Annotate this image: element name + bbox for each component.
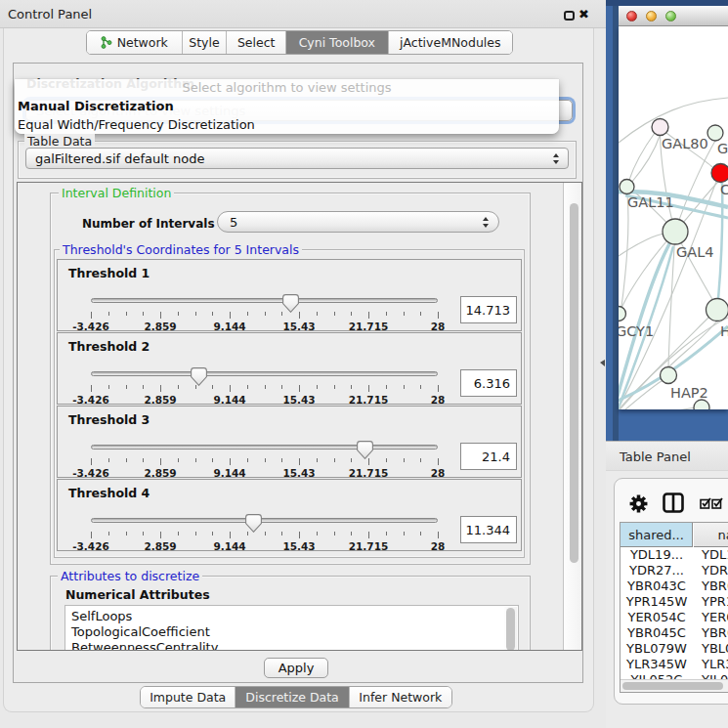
table-data-combobox[interactable]: galFiltered.sif default node	[25, 148, 569, 169]
slider-minor-tick	[334, 385, 335, 389]
tick-label: -3.426	[72, 540, 109, 552]
popup-item[interactable]: Select algorithm to view settings	[15, 79, 559, 97]
slider-thumb[interactable]	[357, 441, 374, 460]
table-row[interactable]: YDL19...YDL1	[621, 547, 728, 563]
checkbox-icon[interactable]	[711, 497, 724, 509]
network-canvas[interactable]: GAL80GACGAL11GAL4GCY1HHAP2	[619, 26, 728, 409]
slider-thumb[interactable]	[245, 514, 263, 534]
tab-select[interactable]: Select	[227, 31, 286, 54]
close-icon[interactable]: ✖	[578, 7, 589, 21]
threshold-value-field[interactable]: 14.713	[460, 296, 517, 323]
cytopanel-tabs: NetworkStyleSelectCyni ToolboxjActiveMNo…	[86, 30, 513, 55]
bottom-tab-infer-network[interactable]: Infer Network	[350, 687, 451, 707]
threshold-value-field[interactable]: 11.344	[460, 516, 517, 543]
slider-track[interactable]	[91, 298, 438, 303]
slider-minor-tick	[420, 312, 421, 316]
slider-major-tick	[438, 385, 439, 392]
table-row[interactable]: YPR145WYPR1	[621, 594, 728, 610]
slider-minor-tick	[404, 532, 405, 535]
tab-cyni-toolbox[interactable]: Cyni Toolbox	[286, 31, 389, 54]
node-label: GCY1	[619, 323, 654, 339]
tab-network[interactable]: Network	[87, 31, 183, 54]
list-scrollbar-thumb[interactable]	[506, 608, 515, 651]
slider-major-tick	[299, 458, 300, 465]
number-of-intervals-combobox[interactable]: 5	[217, 211, 499, 233]
network-node-ga[interactable]	[707, 125, 723, 141]
apply-button[interactable]: Apply	[264, 658, 328, 678]
attribute-list-item[interactable]: TopologicalCoefficient	[65, 624, 518, 640]
table-row[interactable]: YBL079WYBL0	[621, 641, 728, 657]
network-node-hap2[interactable]	[661, 367, 677, 384]
tick-label: 28	[431, 394, 446, 406]
slider-minor-tick	[281, 458, 282, 462]
column-header-name[interactable]: name	[694, 523, 728, 547]
slider-thumb[interactable]	[191, 367, 208, 387]
popup-item[interactable]: Manual Discretization	[15, 97, 559, 115]
tick-label: 15.43	[282, 467, 315, 479]
close-traffic-light[interactable]	[626, 11, 637, 21]
table-row[interactable]: YBR045CYBR0	[621, 625, 728, 641]
table-row[interactable]: YLR345WYLR3	[621, 657, 728, 672]
slider-track[interactable]	[91, 371, 438, 376]
cell-shared-name: YPR145W	[621, 594, 693, 609]
network-node-gcy1[interactable]	[619, 307, 626, 321]
network-node-h[interactable]	[707, 299, 728, 321]
slider-minor-tick	[386, 312, 387, 316]
table-row[interactable]: YER054CYER0	[621, 610, 728, 625]
threshold-value-field[interactable]: 21.4	[460, 443, 517, 470]
network-node[interactable]	[694, 400, 709, 409]
tick-label: 2.859	[144, 467, 176, 479]
tick-label: -3.426	[72, 321, 109, 332]
minimize-traffic-light[interactable]	[646, 11, 657, 21]
zoom-traffic-light[interactable]	[665, 11, 676, 21]
tab-jactivemnodules[interactable]: jActiveMNodules	[389, 31, 512, 54]
slider-minor-tick	[265, 312, 266, 316]
cell-name: YDR2	[702, 563, 728, 578]
cell-name: YLR3	[702, 657, 728, 671]
network-node-c[interactable]	[711, 164, 728, 183]
attribute-list-item[interactable]: BetweennessCentrality	[65, 640, 518, 651]
node-label: GA	[717, 141, 728, 156]
table-hscrollbar-track[interactable]	[621, 679, 728, 692]
attribute-list-item[interactable]: SelfLoops	[65, 609, 518, 624]
cell-shared-name: YDL19...	[621, 547, 693, 562]
slider-minor-tick	[386, 458, 387, 462]
popup-item[interactable]: Equal Width/Frequency Discretization	[15, 115, 559, 134]
slider-thumb[interactable]	[282, 294, 300, 314]
tick-label: 15.43	[282, 540, 315, 552]
network-node-gal11[interactable]	[620, 180, 634, 194]
column-header-shared-name[interactable]: shared...	[621, 523, 693, 547]
node-label: H	[720, 323, 728, 339]
table-row[interactable]: YBR043CYBR0	[621, 578, 728, 594]
cell-name: YBR0	[702, 625, 728, 640]
cell-name: YBL0	[702, 641, 728, 656]
threshold-value-field[interactable]: 6.316	[460, 369, 517, 397]
table-hscrollbar-thumb[interactable]	[622, 682, 723, 690]
bottom-tab-impute-data[interactable]: Impute Data	[141, 687, 236, 707]
slider-track[interactable]	[91, 518, 438, 523]
gear-icon[interactable]	[629, 494, 648, 513]
slider-major-tick	[299, 385, 300, 392]
scrollpane-scrollbar-thumb[interactable]	[570, 203, 578, 563]
slider-major-tick	[368, 312, 369, 319]
slider-minor-tick	[317, 458, 318, 462]
slider-minor-tick	[178, 532, 179, 535]
tick-label: 2.859	[144, 394, 176, 406]
tab-style[interactable]: Style	[183, 31, 228, 54]
slider-minor-tick	[195, 458, 196, 462]
table-row[interactable]: YDR27...YDR2	[621, 563, 728, 578]
network-node-gal4[interactable]	[663, 219, 688, 244]
panel-divider-handle[interactable]	[600, 360, 605, 366]
slider-minor-tick	[126, 312, 127, 316]
split-view-icon[interactable]	[663, 492, 684, 513]
bottom-tab-discretize-data[interactable]: Discretize Data	[236, 687, 349, 707]
slider-track[interactable]	[91, 445, 438, 450]
network-window-titlebar[interactable]	[619, 6, 728, 26]
node-table[interactable]: shared... name YDL19...YDL1YDR27...YDR2Y…	[620, 522, 728, 693]
network-node-gal80[interactable]	[652, 119, 668, 136]
slider-major-tick	[91, 385, 92, 392]
float-window-icon[interactable]	[564, 11, 575, 21]
slider-minor-tick	[212, 532, 213, 535]
table-panel-title: Table Panel	[620, 450, 691, 464]
numerical-attributes-list[interactable]: SelfLoopsTopologicalCoefficientBetweenne…	[64, 605, 519, 651]
